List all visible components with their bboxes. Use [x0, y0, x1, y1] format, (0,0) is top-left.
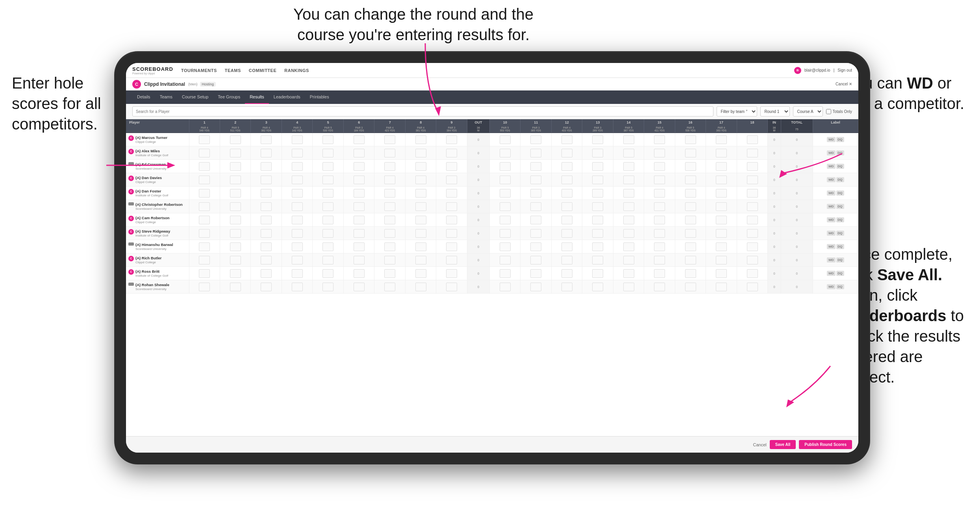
hole-10-input[interactable] [500, 242, 511, 251]
hole-4-input[interactable] [292, 202, 303, 211]
hole-6-input[interactable] [354, 189, 365, 198]
hole-4-input[interactable] [292, 216, 303, 224]
hole-18-input[interactable] [747, 162, 758, 171]
hole-10-input[interactable] [500, 216, 511, 224]
hole-17-input[interactable] [716, 176, 727, 184]
hole-17-input[interactable] [716, 202, 727, 211]
hole-9-input[interactable] [446, 269, 457, 278]
dq-button[interactable]: DQ [836, 244, 844, 249]
hole-4-input[interactable] [292, 149, 303, 157]
hole-12-input[interactable] [561, 216, 572, 224]
wd-button[interactable]: WD [827, 150, 835, 155]
hole-6-input[interactable] [354, 242, 365, 251]
hole-9-input[interactable] [446, 256, 457, 264]
dq-button[interactable]: DQ [836, 204, 844, 209]
hole-4-input[interactable] [292, 189, 303, 198]
hole-9-input[interactable] [446, 162, 457, 171]
hole-14-input[interactable] [623, 242, 634, 251]
hole-13-input[interactable] [592, 256, 603, 264]
hole-2-input[interactable] [230, 242, 241, 251]
dq-button[interactable]: DQ [836, 231, 844, 236]
hole-14-input[interactable] [623, 176, 634, 184]
hole-12-input[interactable] [561, 242, 572, 251]
hole-8-input[interactable] [415, 229, 426, 238]
filter-team-select[interactable]: Filter by team ˅ [717, 106, 757, 116]
hole-3-input[interactable] [261, 229, 272, 238]
wd-button[interactable]: WD [827, 284, 835, 289]
hole-16-input[interactable] [685, 256, 696, 264]
hole-6-input[interactable] [354, 176, 365, 184]
cancel-button[interactable]: Cancel [753, 442, 767, 447]
hole-10-input[interactable] [500, 256, 511, 264]
hole-9-input[interactable] [446, 176, 457, 184]
hole-7-input[interactable] [384, 189, 395, 198]
hole-10-input[interactable] [500, 162, 511, 171]
hole-4-input[interactable] [292, 229, 303, 238]
hole-14-input[interactable] [623, 229, 634, 238]
hole-15-input[interactable] [654, 242, 665, 251]
hole-1-input[interactable] [199, 176, 210, 184]
hole-3-input[interactable] [261, 256, 272, 264]
hole-5-input[interactable] [322, 135, 333, 144]
hole-8-input[interactable] [415, 242, 426, 251]
hole-11-input[interactable] [530, 176, 541, 184]
hole-14-input[interactable] [623, 283, 634, 291]
hole-5-input[interactable] [322, 242, 333, 251]
hole-12-input[interactable] [561, 189, 572, 198]
hole-15-input[interactable] [654, 176, 665, 184]
hole-5-input[interactable] [322, 216, 333, 224]
hole-13-input[interactable] [592, 229, 603, 238]
hole-12-input[interactable] [561, 269, 572, 278]
hole-4-input[interactable] [292, 176, 303, 184]
hole-9-input[interactable] [446, 149, 457, 157]
publish-button[interactable]: Publish Round Scores [799, 440, 852, 449]
hole-13-input[interactable] [592, 242, 603, 251]
hole-17-input[interactable] [716, 189, 727, 198]
hole-17-input[interactable] [716, 216, 727, 224]
hole-5-input[interactable] [322, 202, 333, 211]
hole-10-input[interactable] [500, 202, 511, 211]
hole-18-input[interactable] [747, 202, 758, 211]
hole-15-input[interactable] [654, 269, 665, 278]
hole-9-input[interactable] [446, 135, 457, 144]
wd-button[interactable]: WD [827, 231, 835, 236]
hole-7-input[interactable] [384, 269, 395, 278]
hole-6-input[interactable] [354, 269, 365, 278]
hole-6-input[interactable] [354, 149, 365, 157]
hole-1-input[interactable] [199, 135, 210, 144]
hole-4-input[interactable] [292, 256, 303, 264]
hole-8-input[interactable] [415, 162, 426, 171]
hole-10-input[interactable] [500, 189, 511, 198]
hole-1-input[interactable] [199, 216, 210, 224]
hole-2-input[interactable] [230, 135, 241, 144]
hole-3-input[interactable] [261, 176, 272, 184]
hole-9-input[interactable] [446, 216, 457, 224]
hole-2-input[interactable] [230, 256, 241, 264]
dq-button[interactable]: DQ [836, 177, 844, 182]
hole-13-input[interactable] [592, 269, 603, 278]
hole-15-input[interactable] [654, 256, 665, 264]
hole-6-input[interactable] [354, 229, 365, 238]
hole-10-input[interactable] [500, 229, 511, 238]
hole-11-input[interactable] [530, 202, 541, 211]
wd-button[interactable]: WD [827, 177, 835, 182]
dq-button[interactable]: DQ [836, 271, 844, 276]
hole-2-input[interactable] [230, 229, 241, 238]
hole-16-input[interactable] [685, 229, 696, 238]
hole-17-input[interactable] [716, 283, 727, 291]
hole-3-input[interactable] [261, 216, 272, 224]
hole-13-input[interactable] [592, 189, 603, 198]
hole-3-input[interactable] [261, 242, 272, 251]
hole-16-input[interactable] [685, 202, 696, 211]
hole-2-input[interactable] [230, 283, 241, 291]
cancel-tournament-btn[interactable]: Cancel ✕ [836, 82, 852, 86]
hole-16-input[interactable] [685, 162, 696, 171]
hole-11-input[interactable] [530, 216, 541, 224]
hole-17-input[interactable] [716, 229, 727, 238]
hole-2-input[interactable] [230, 216, 241, 224]
hole-1-input[interactable] [199, 189, 210, 198]
tab-tee-groups[interactable]: Tee Groups [213, 91, 245, 104]
hole-7-input[interactable] [384, 162, 395, 171]
search-input[interactable] [132, 106, 713, 116]
hole-8-input[interactable] [415, 135, 426, 144]
